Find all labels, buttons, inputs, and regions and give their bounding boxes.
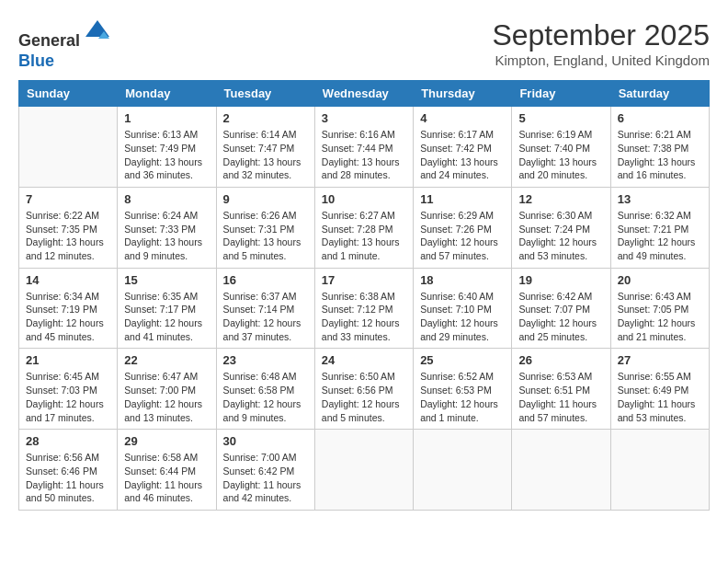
calendar-day-cell: 24Sunrise: 6:50 AM Sunset: 6:56 PM Dayli… <box>314 349 413 430</box>
calendar-day-cell: 22Sunrise: 6:47 AM Sunset: 7:00 PM Dayli… <box>118 349 216 430</box>
day-of-week-header: Saturday <box>610 81 709 107</box>
day-number: 12 <box>518 192 603 206</box>
day-info: Sunrise: 6:40 AM Sunset: 7:10 PM Dayligh… <box>420 290 505 344</box>
logo-blue: Blue <box>18 52 54 70</box>
calendar-day-cell: 9Sunrise: 6:26 AM Sunset: 7:31 PM Daylig… <box>216 187 314 268</box>
day-info: Sunrise: 6:55 AM Sunset: 6:49 PM Dayligh… <box>618 370 702 424</box>
calendar-day-cell: 27Sunrise: 6:55 AM Sunset: 6:49 PM Dayli… <box>610 349 709 430</box>
day-of-week-header: Monday <box>118 81 216 107</box>
day-info: Sunrise: 6:38 AM Sunset: 7:12 PM Dayligh… <box>322 290 406 344</box>
day-number: 26 <box>518 353 603 367</box>
calendar-day-cell: 4Sunrise: 6:17 AM Sunset: 7:42 PM Daylig… <box>414 107 512 188</box>
calendar-week-row: 28Sunrise: 6:56 AM Sunset: 6:46 PM Dayli… <box>19 430 710 511</box>
day-of-week-header: Tuesday <box>216 81 314 107</box>
day-number: 1 <box>124 111 209 125</box>
day-info: Sunrise: 6:45 AM Sunset: 7:03 PM Dayligh… <box>26 370 110 424</box>
logo: General Blue <box>18 18 111 71</box>
day-info: Sunrise: 6:24 AM Sunset: 7:33 PM Dayligh… <box>124 209 209 263</box>
calendar-day-cell: 26Sunrise: 6:53 AM Sunset: 6:51 PM Dayli… <box>512 349 610 430</box>
day-number: 29 <box>124 434 209 448</box>
day-number: 14 <box>26 273 110 287</box>
calendar-week-row: 1Sunrise: 6:13 AM Sunset: 7:49 PM Daylig… <box>19 107 710 188</box>
calendar-day-cell: 29Sunrise: 6:58 AM Sunset: 6:44 PM Dayli… <box>118 430 216 511</box>
calendar-day-cell: 14Sunrise: 6:34 AM Sunset: 7:19 PM Dayli… <box>19 268 118 349</box>
day-number: 27 <box>618 353 702 367</box>
day-info: Sunrise: 6:27 AM Sunset: 7:28 PM Dayligh… <box>322 209 406 263</box>
day-info: Sunrise: 6:17 AM Sunset: 7:42 PM Dayligh… <box>420 128 505 182</box>
day-of-week-header: Wednesday <box>314 81 413 107</box>
day-number: 10 <box>322 192 406 206</box>
calendar-day-cell <box>414 430 512 511</box>
day-number: 30 <box>223 434 308 448</box>
calendar-day-cell <box>610 430 709 511</box>
calendar-day-cell: 13Sunrise: 6:32 AM Sunset: 7:21 PM Dayli… <box>610 187 709 268</box>
calendar-day-cell: 20Sunrise: 6:43 AM Sunset: 7:05 PM Dayli… <box>610 268 709 349</box>
calendar-day-cell: 8Sunrise: 6:24 AM Sunset: 7:33 PM Daylig… <box>118 187 216 268</box>
day-info: Sunrise: 6:13 AM Sunset: 7:49 PM Dayligh… <box>124 128 209 182</box>
day-number: 4 <box>420 111 505 125</box>
day-number: 3 <box>322 111 406 125</box>
day-number: 21 <box>26 353 110 367</box>
calendar-day-cell: 10Sunrise: 6:27 AM Sunset: 7:28 PM Dayli… <box>314 187 413 268</box>
day-number: 19 <box>518 273 603 287</box>
day-info: Sunrise: 6:53 AM Sunset: 6:51 PM Dayligh… <box>518 370 603 424</box>
calendar-week-row: 21Sunrise: 6:45 AM Sunset: 7:03 PM Dayli… <box>19 349 710 430</box>
calendar-day-cell <box>19 107 118 188</box>
day-number: 6 <box>618 111 702 125</box>
day-number: 25 <box>420 353 505 367</box>
day-info: Sunrise: 6:58 AM Sunset: 6:44 PM Dayligh… <box>124 451 209 505</box>
day-info: Sunrise: 6:42 AM Sunset: 7:07 PM Dayligh… <box>518 290 603 344</box>
day-number: 24 <box>322 353 406 367</box>
logo-icon <box>84 18 111 46</box>
calendar-day-cell <box>512 430 610 511</box>
day-number: 15 <box>124 273 209 287</box>
calendar-day-cell: 17Sunrise: 6:38 AM Sunset: 7:12 PM Dayli… <box>314 268 413 349</box>
calendar-day-cell: 1Sunrise: 6:13 AM Sunset: 7:49 PM Daylig… <box>118 107 216 188</box>
calendar-day-cell: 16Sunrise: 6:37 AM Sunset: 7:14 PM Dayli… <box>216 268 314 349</box>
title-block: September 2025 Kimpton, England, United … <box>492 18 710 68</box>
day-number: 7 <box>26 192 110 206</box>
day-number: 8 <box>124 192 209 206</box>
day-number: 20 <box>618 273 702 287</box>
day-info: Sunrise: 6:37 AM Sunset: 7:14 PM Dayligh… <box>223 290 308 344</box>
day-number: 16 <box>223 273 308 287</box>
day-number: 2 <box>223 111 308 125</box>
day-number: 23 <box>223 353 308 367</box>
calendar-day-cell: 2Sunrise: 6:14 AM Sunset: 7:47 PM Daylig… <box>216 107 314 188</box>
calendar-day-cell: 12Sunrise: 6:30 AM Sunset: 7:24 PM Dayli… <box>512 187 610 268</box>
logo-general: General <box>18 31 80 50</box>
day-number: 17 <box>322 273 406 287</box>
day-info: Sunrise: 6:26 AM Sunset: 7:31 PM Dayligh… <box>223 209 308 263</box>
calendar-week-row: 14Sunrise: 6:34 AM Sunset: 7:19 PM Dayli… <box>19 268 710 349</box>
day-info: Sunrise: 6:21 AM Sunset: 7:38 PM Dayligh… <box>618 128 702 182</box>
calendar-day-cell: 6Sunrise: 6:21 AM Sunset: 7:38 PM Daylig… <box>610 107 709 188</box>
calendar-day-cell: 11Sunrise: 6:29 AM Sunset: 7:26 PM Dayli… <box>414 187 512 268</box>
calendar-day-cell: 21Sunrise: 6:45 AM Sunset: 7:03 PM Dayli… <box>19 349 118 430</box>
day-number: 13 <box>618 192 702 206</box>
calendar-header-row: SundayMondayTuesdayWednesdayThursdayFrid… <box>19 81 710 107</box>
day-info: Sunrise: 7:00 AM Sunset: 6:42 PM Dayligh… <box>223 451 308 505</box>
day-number: 18 <box>420 273 505 287</box>
day-info: Sunrise: 6:32 AM Sunset: 7:21 PM Dayligh… <box>618 209 702 263</box>
calendar-table: SundayMondayTuesdayWednesdayThursdayFrid… <box>18 80 710 511</box>
day-number: 22 <box>124 353 209 367</box>
day-info: Sunrise: 6:35 AM Sunset: 7:17 PM Dayligh… <box>124 290 209 344</box>
day-info: Sunrise: 6:52 AM Sunset: 6:53 PM Dayligh… <box>420 370 505 424</box>
calendar-day-cell: 3Sunrise: 6:16 AM Sunset: 7:44 PM Daylig… <box>314 107 413 188</box>
day-of-week-header: Sunday <box>19 81 118 107</box>
day-info: Sunrise: 6:48 AM Sunset: 6:58 PM Dayligh… <box>223 370 308 424</box>
day-info: Sunrise: 6:30 AM Sunset: 7:24 PM Dayligh… <box>518 209 603 263</box>
calendar-day-cell: 28Sunrise: 6:56 AM Sunset: 6:46 PM Dayli… <box>19 430 118 511</box>
day-of-week-header: Thursday <box>414 81 512 107</box>
day-info: Sunrise: 6:34 AM Sunset: 7:19 PM Dayligh… <box>26 290 110 344</box>
calendar-day-cell: 7Sunrise: 6:22 AM Sunset: 7:35 PM Daylig… <box>19 187 118 268</box>
calendar-day-cell: 25Sunrise: 6:52 AM Sunset: 6:53 PM Dayli… <box>414 349 512 430</box>
day-info: Sunrise: 6:43 AM Sunset: 7:05 PM Dayligh… <box>618 290 702 344</box>
day-info: Sunrise: 6:56 AM Sunset: 6:46 PM Dayligh… <box>26 451 110 505</box>
day-number: 9 <box>223 192 308 206</box>
calendar-day-cell: 30Sunrise: 7:00 AM Sunset: 6:42 PM Dayli… <box>216 430 314 511</box>
calendar-day-cell: 15Sunrise: 6:35 AM Sunset: 7:17 PM Dayli… <box>118 268 216 349</box>
calendar-day-cell <box>314 430 413 511</box>
day-info: Sunrise: 6:14 AM Sunset: 7:47 PM Dayligh… <box>223 128 308 182</box>
calendar-week-row: 7Sunrise: 6:22 AM Sunset: 7:35 PM Daylig… <box>19 187 710 268</box>
